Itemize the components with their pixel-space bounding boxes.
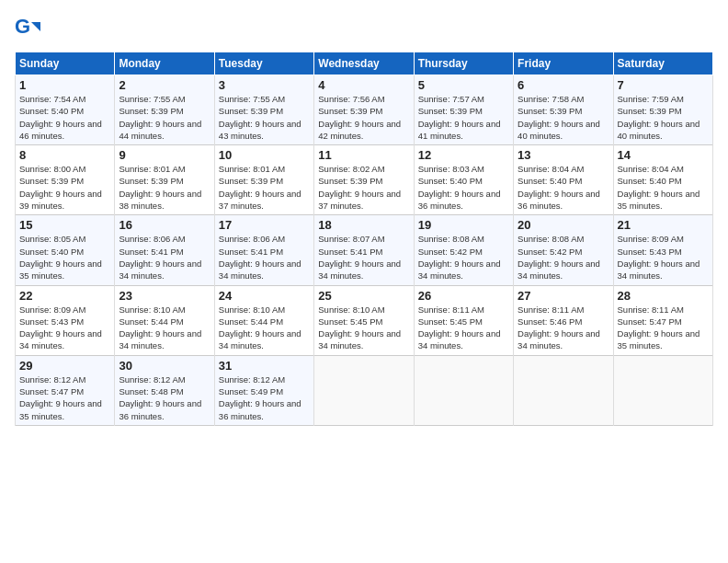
day-number: 17 — [219, 218, 310, 232]
day-number: 13 — [518, 148, 609, 162]
day-number: 23 — [119, 289, 210, 303]
svg-text:G: G — [15, 15, 30, 38]
calendar-cell — [514, 355, 613, 425]
day-number: 27 — [518, 289, 609, 303]
calendar-page: G SundayMondayTuesdayWednesdayThursdayFr… — [0, 0, 728, 563]
day-info: Sunrise: 8:09 AM Sunset: 5:43 PM Dayligh… — [19, 304, 110, 352]
calendar-cell: 11Sunrise: 8:02 AM Sunset: 5:39 PM Dayli… — [314, 145, 414, 215]
day-header-thursday: Thursday — [414, 52, 513, 75]
day-info: Sunrise: 7:56 AM Sunset: 5:39 PM Dayligh… — [318, 93, 409, 142]
day-number: 18 — [318, 218, 409, 232]
calendar-cell: 26Sunrise: 8:11 AM Sunset: 5:45 PM Dayli… — [414, 285, 513, 355]
day-number: 8 — [19, 148, 110, 162]
day-number: 10 — [219, 148, 310, 162]
calendar-cell: 30Sunrise: 8:12 AM Sunset: 5:48 PM Dayli… — [115, 355, 214, 425]
calendar-week-3: 15Sunrise: 8:05 AM Sunset: 5:40 PM Dayli… — [16, 215, 713, 285]
day-header-wednesday: Wednesday — [314, 52, 414, 75]
day-info: Sunrise: 8:12 AM Sunset: 5:49 PM Dayligh… — [219, 373, 310, 422]
day-number: 4 — [318, 78, 409, 92]
day-number: 28 — [618, 289, 709, 303]
day-number: 7 — [618, 78, 709, 92]
day-number: 5 — [418, 78, 509, 92]
day-info: Sunrise: 7:54 AM Sunset: 5:40 PM Dayligh… — [19, 93, 110, 142]
day-number: 31 — [219, 359, 310, 373]
day-info: Sunrise: 8:10 AM Sunset: 5:44 PM Dayligh… — [119, 304, 210, 352]
day-info: Sunrise: 8:06 AM Sunset: 5:41 PM Dayligh… — [119, 233, 210, 282]
calendar-cell: 5Sunrise: 7:57 AM Sunset: 5:39 PM Daylig… — [414, 75, 513, 145]
day-header-sunday: Sunday — [16, 52, 115, 75]
calendar-cell: 8Sunrise: 8:00 AM Sunset: 5:39 PM Daylig… — [16, 145, 115, 215]
day-number: 9 — [119, 148, 210, 162]
day-info: Sunrise: 8:09 AM Sunset: 5:43 PM Dayligh… — [618, 233, 709, 282]
day-info: Sunrise: 8:12 AM Sunset: 5:47 PM Dayligh… — [19, 373, 110, 422]
day-number: 30 — [119, 359, 210, 373]
day-header-monday: Monday — [115, 52, 214, 75]
day-info: Sunrise: 8:00 AM Sunset: 5:39 PM Dayligh… — [19, 163, 110, 212]
day-number: 15 — [19, 218, 110, 232]
calendar-cell: 1Sunrise: 7:54 AM Sunset: 5:40 PM Daylig… — [16, 75, 115, 145]
calendar-table: SundayMondayTuesdayWednesdayThursdayFrid… — [15, 52, 713, 426]
day-info: Sunrise: 8:04 AM Sunset: 5:40 PM Dayligh… — [518, 163, 609, 212]
calendar-cell: 18Sunrise: 8:07 AM Sunset: 5:41 PM Dayli… — [314, 215, 414, 285]
day-info: Sunrise: 7:57 AM Sunset: 5:39 PM Dayligh… — [418, 93, 509, 142]
calendar-cell — [314, 355, 414, 425]
day-number: 29 — [19, 359, 110, 373]
day-info: Sunrise: 8:02 AM Sunset: 5:39 PM Dayligh… — [318, 163, 409, 212]
day-info: Sunrise: 8:08 AM Sunset: 5:42 PM Dayligh… — [518, 233, 609, 282]
day-info: Sunrise: 8:01 AM Sunset: 5:39 PM Dayligh… — [119, 163, 210, 212]
day-number: 11 — [318, 148, 409, 162]
logo-icon: G — [15, 15, 40, 40]
calendar-week-5: 29Sunrise: 8:12 AM Sunset: 5:47 PM Dayli… — [16, 355, 713, 425]
calendar-cell: 20Sunrise: 8:08 AM Sunset: 5:42 PM Dayli… — [514, 215, 613, 285]
day-number: 22 — [19, 289, 110, 303]
svg-marker-1 — [31, 22, 40, 31]
day-info: Sunrise: 8:10 AM Sunset: 5:45 PM Dayligh… — [318, 304, 409, 352]
calendar-cell: 21Sunrise: 8:09 AM Sunset: 5:43 PM Dayli… — [613, 215, 712, 285]
calendar-cell: 19Sunrise: 8:08 AM Sunset: 5:42 PM Dayli… — [414, 215, 513, 285]
calendar-cell: 2Sunrise: 7:55 AM Sunset: 5:39 PM Daylig… — [115, 75, 214, 145]
day-number: 16 — [119, 218, 210, 232]
day-number: 2 — [119, 78, 210, 92]
day-number: 3 — [219, 78, 310, 92]
day-header-saturday: Saturday — [613, 52, 712, 75]
calendar-cell: 23Sunrise: 8:10 AM Sunset: 5:44 PM Dayli… — [115, 285, 214, 355]
calendar-week-1: 1Sunrise: 7:54 AM Sunset: 5:40 PM Daylig… — [16, 75, 713, 145]
calendar-cell: 14Sunrise: 8:04 AM Sunset: 5:40 PM Dayli… — [613, 145, 712, 215]
calendar-cell: 17Sunrise: 8:06 AM Sunset: 5:41 PM Dayli… — [214, 215, 313, 285]
day-number: 14 — [618, 148, 709, 162]
day-info: Sunrise: 7:55 AM Sunset: 5:39 PM Dayligh… — [119, 93, 210, 142]
calendar-cell: 3Sunrise: 7:55 AM Sunset: 5:39 PM Daylig… — [214, 75, 313, 145]
day-info: Sunrise: 8:07 AM Sunset: 5:41 PM Dayligh… — [318, 233, 409, 282]
calendar-cell: 25Sunrise: 8:10 AM Sunset: 5:45 PM Dayli… — [314, 285, 414, 355]
day-info: Sunrise: 7:58 AM Sunset: 5:39 PM Dayligh… — [518, 93, 609, 142]
day-info: Sunrise: 7:59 AM Sunset: 5:39 PM Dayligh… — [618, 93, 709, 142]
calendar-cell: 22Sunrise: 8:09 AM Sunset: 5:43 PM Dayli… — [16, 285, 115, 355]
day-number: 25 — [318, 289, 409, 303]
day-header-friday: Friday — [514, 52, 613, 75]
calendar-cell: 7Sunrise: 7:59 AM Sunset: 5:39 PM Daylig… — [613, 75, 712, 145]
calendar-cell: 6Sunrise: 7:58 AM Sunset: 5:39 PM Daylig… — [514, 75, 613, 145]
calendar-cell: 9Sunrise: 8:01 AM Sunset: 5:39 PM Daylig… — [115, 145, 214, 215]
day-number: 20 — [518, 218, 609, 232]
day-info: Sunrise: 8:01 AM Sunset: 5:39 PM Dayligh… — [219, 163, 310, 212]
day-info: Sunrise: 7:55 AM Sunset: 5:39 PM Dayligh… — [219, 93, 310, 142]
calendar-cell: 16Sunrise: 8:06 AM Sunset: 5:41 PM Dayli… — [115, 215, 214, 285]
calendar-cell: 13Sunrise: 8:04 AM Sunset: 5:40 PM Dayli… — [514, 145, 613, 215]
day-number: 12 — [418, 148, 509, 162]
calendar-cell: 4Sunrise: 7:56 AM Sunset: 5:39 PM Daylig… — [314, 75, 414, 145]
day-info: Sunrise: 8:11 AM Sunset: 5:45 PM Dayligh… — [418, 304, 509, 352]
calendar-cell — [613, 355, 712, 425]
calendar-header-row: SundayMondayTuesdayWednesdayThursdayFrid… — [16, 52, 713, 75]
day-info: Sunrise: 8:03 AM Sunset: 5:40 PM Dayligh… — [418, 163, 509, 212]
calendar-cell: 27Sunrise: 8:11 AM Sunset: 5:46 PM Dayli… — [514, 285, 613, 355]
day-number: 1 — [19, 78, 110, 92]
calendar-cell: 10Sunrise: 8:01 AM Sunset: 5:39 PM Dayli… — [214, 145, 313, 215]
logo: G — [15, 15, 44, 40]
calendar-cell: 28Sunrise: 8:11 AM Sunset: 5:47 PM Dayli… — [613, 285, 712, 355]
day-info: Sunrise: 8:08 AM Sunset: 5:42 PM Dayligh… — [418, 233, 509, 282]
day-number: 19 — [418, 218, 509, 232]
calendar-cell: 15Sunrise: 8:05 AM Sunset: 5:40 PM Dayli… — [16, 215, 115, 285]
day-info: Sunrise: 8:06 AM Sunset: 5:41 PM Dayligh… — [219, 233, 310, 282]
day-number: 24 — [219, 289, 310, 303]
calendar-cell: 31Sunrise: 8:12 AM Sunset: 5:49 PM Dayli… — [214, 355, 313, 425]
